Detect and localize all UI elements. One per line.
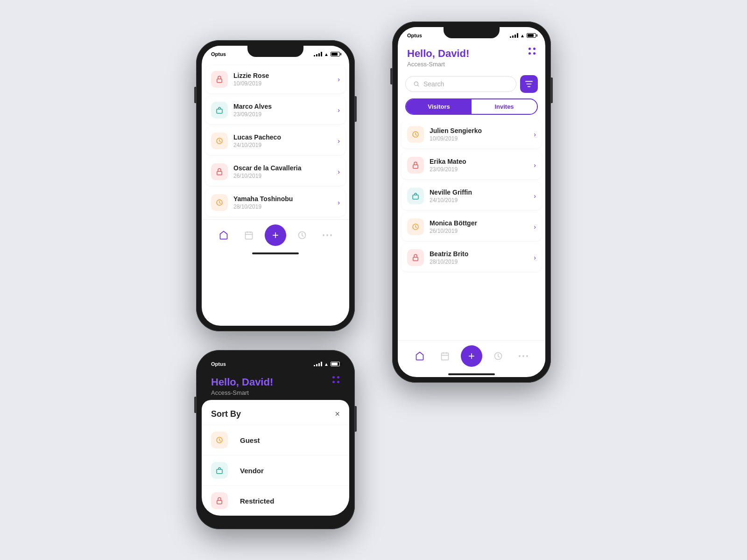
- dot: [337, 376, 339, 378]
- signal-bar-1: [314, 365, 315, 366]
- nav-home[interactable]: [214, 226, 233, 245]
- dot: [533, 48, 536, 50]
- chevron-icon: ›: [338, 168, 340, 175]
- chevron-icon: ›: [534, 223, 536, 231]
- item-icon-clock: [211, 194, 228, 211]
- item-text: Erika Mateo 23/09/2019: [430, 158, 534, 173]
- item-date: 26/10/2019: [233, 173, 338, 179]
- list-item[interactable]: Lucas Pacheco 24/10/2019 ›: [205, 127, 345, 155]
- header-text: Hello, David! Access-Smart: [407, 48, 469, 68]
- wifi-icon: ▲: [324, 362, 329, 367]
- menu-dots-icon[interactable]: [529, 48, 536, 55]
- sort-option-restricted[interactable]: Restricted: [202, 485, 349, 516]
- signal-bar-4: [321, 362, 322, 366]
- signal-bar-1: [510, 36, 511, 38]
- sort-option-label: Guest: [240, 436, 260, 444]
- tab-visitors[interactable]: Visitors: [406, 99, 472, 114]
- signal-bars: [314, 52, 322, 56]
- list-item[interactable]: Lizzie Rose 10/09/2019 ›: [205, 65, 345, 93]
- greeting: Hello, David!: [211, 376, 273, 388]
- sort-option-guest[interactable]: Guest: [202, 425, 349, 455]
- svg-rect-15: [413, 165, 418, 168]
- nav-add-button[interactable]: +: [265, 224, 286, 246]
- svg-rect-3: [217, 171, 222, 175]
- chevron-icon: ›: [534, 254, 536, 261]
- tab-invites[interactable]: Invites: [472, 99, 537, 114]
- item-name: Neville Griffin: [430, 189, 534, 196]
- list-item[interactable]: Julien Sengierko 10/09/2019 ›: [402, 120, 542, 148]
- list-item[interactable]: Marco Alves 23/09/2019 ›: [205, 96, 345, 124]
- nav-add-button[interactable]: +: [461, 345, 482, 367]
- nav-calendar[interactable]: [436, 347, 454, 365]
- item-date: 10/09/2019: [430, 135, 534, 142]
- wifi-icon: ▲: [324, 52, 329, 57]
- item-icon-lock: [211, 71, 228, 88]
- filter-button[interactable]: [520, 75, 538, 93]
- signal-bar-4: [321, 52, 322, 56]
- search-input[interactable]: Search: [405, 76, 516, 92]
- app-header-dark: Hello, David! Access-Smart: [202, 371, 349, 400]
- list-item[interactable]: Beatriz Brito 28/10/2019 ›: [402, 244, 542, 272]
- home-indicator: [252, 252, 299, 254]
- top-left-list: Lizzie Rose 10/09/2019 ›: [202, 61, 349, 219]
- item-name: Monica Böttger: [430, 219, 534, 227]
- top-left-phone: Optus ▲: [196, 40, 355, 331]
- svg-rect-1: [217, 109, 222, 113]
- item-date: 26/10/2019: [430, 228, 534, 234]
- item-icon-lock: [407, 157, 424, 174]
- sort-close-button[interactable]: ×: [335, 409, 340, 419]
- item-text: Monica Böttger 26/10/2019: [430, 219, 534, 234]
- nav-history[interactable]: [293, 226, 311, 245]
- item-name: Erika Mateo: [430, 158, 534, 165]
- sort-icon-clock: [211, 432, 228, 448]
- svg-point-9: [330, 234, 332, 236]
- status-icons: ▲: [314, 362, 340, 367]
- item-text: Neville Griffin 24/10/2019: [430, 189, 534, 203]
- chevron-icon: ›: [534, 131, 536, 138]
- battery-icon: [527, 33, 536, 38]
- svg-rect-16: [413, 195, 418, 199]
- battery-fill: [331, 53, 338, 56]
- item-name: Lizzie Rose: [233, 72, 338, 79]
- item-text: Marco Alves 23/09/2019: [233, 103, 338, 118]
- sort-option-label: Restricted: [240, 497, 274, 505]
- list-item[interactable]: Erika Mateo 23/09/2019 ›: [402, 151, 542, 179]
- tabs-container: Visitors Invites: [405, 98, 538, 115]
- svg-point-7: [323, 234, 324, 236]
- item-date: 10/09/2019: [233, 80, 338, 87]
- filter-icon: [525, 81, 533, 87]
- dot: [332, 376, 335, 378]
- list-item[interactable]: Monica Böttger 26/10/2019 ›: [402, 213, 542, 241]
- nav-home[interactable]: [410, 347, 429, 365]
- nav-calendar[interactable]: [240, 226, 258, 245]
- item-name: Lucas Pacheco: [233, 133, 338, 141]
- menu-dots-icon[interactable]: [332, 376, 340, 384]
- signal-bar-1: [314, 55, 315, 56]
- list-item[interactable]: Neville Griffin 24/10/2019 ›: [402, 182, 542, 210]
- list-item[interactable]: Yamaha Toshinobu 28/10/2019 ›: [205, 189, 345, 217]
- notch: [247, 46, 303, 57]
- notch: [247, 356, 303, 367]
- item-text: Lucas Pacheco 24/10/2019: [233, 133, 338, 148]
- item-date: 23/09/2019: [233, 111, 338, 118]
- wifi-icon: ▲: [520, 33, 525, 38]
- item-icon-clock: [407, 218, 424, 235]
- battery-icon: [331, 52, 340, 56]
- item-icon-bag: [211, 102, 228, 119]
- signal-bar-4: [517, 33, 518, 38]
- battery-icon: [331, 362, 340, 366]
- nav-more[interactable]: [318, 226, 337, 245]
- svg-point-23: [526, 355, 528, 357]
- nav-more[interactable]: [514, 347, 533, 365]
- subtitle: Access-Smart: [211, 389, 273, 396]
- sort-option-vendor[interactable]: Vendor: [202, 455, 349, 485]
- carrier-label: Optus: [211, 361, 226, 367]
- greeting: Hello, David!: [407, 48, 469, 60]
- svg-point-21: [519, 355, 521, 357]
- app-header: Hello, David! Access-Smart: [398, 42, 545, 71]
- signal-bar-2: [512, 35, 514, 38]
- signal-bars: [314, 362, 322, 366]
- list-item[interactable]: Oscar de la Cavalleria 26/10/2019 ›: [205, 158, 345, 186]
- item-date: 28/10/2019: [430, 259, 534, 265]
- nav-history[interactable]: [489, 347, 507, 365]
